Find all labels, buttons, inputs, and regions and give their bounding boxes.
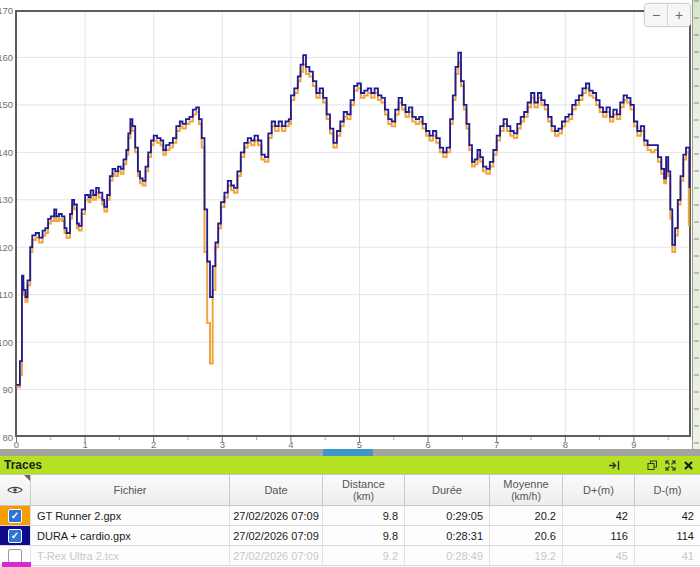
eye-icon xyxy=(7,485,23,495)
chart-zoom-control: − + xyxy=(644,3,691,27)
duration-cell: 0:29:05 xyxy=(405,506,490,525)
column-header-dminus[interactable]: D-(m) xyxy=(635,475,700,505)
y-tick-label: 80 xyxy=(2,432,13,443)
y-tick-label: 100 xyxy=(0,337,13,348)
file-name-cell: DURA + cardio.gpx xyxy=(31,526,230,545)
chart-panel: 01234567898090100110120130140150160170 −… xyxy=(0,0,700,449)
y-tick-label: 90 xyxy=(2,384,13,395)
maximize-panel-icon[interactable] xyxy=(664,459,676,471)
adjacent-panel-sliver xyxy=(692,0,700,456)
date-cell: 27/02/2026 07:09 xyxy=(230,546,323,565)
y-tick-label: 160 xyxy=(0,52,13,63)
elevation-loss-cell: 42 xyxy=(635,506,700,525)
elevation-loss-cell: 114 xyxy=(635,526,700,545)
x-tick-label: 2 xyxy=(151,439,156,449)
series-color-cell: ✓ xyxy=(0,506,31,525)
y-tick-label: 170 xyxy=(0,5,13,16)
series-color-cell: ✓ xyxy=(0,526,31,545)
date-cell: 27/02/2026 07:09 xyxy=(230,506,323,525)
distance-cell: 9.2 xyxy=(323,546,405,565)
elevation-loss-cell: 41 xyxy=(635,546,700,565)
distance-cell: 9.8 xyxy=(323,526,405,545)
y-tick-label: 140 xyxy=(0,147,13,158)
x-tick-label: 9 xyxy=(631,439,636,449)
elevation-gain-cell: 116 xyxy=(563,526,635,545)
traces-table: Fichier Date Distance(km) Durée Moyenne(… xyxy=(0,474,700,566)
chart-canvas[interactable]: 01234567898090100110120130140150160170 xyxy=(0,0,700,449)
pin-panel-icon[interactable] xyxy=(608,459,620,471)
zoom-out-button[interactable]: − xyxy=(645,4,668,26)
distance-cell: 9.8 xyxy=(323,506,405,525)
elevation-gain-cell: 45 xyxy=(563,546,635,565)
column-header-dplus[interactable]: D+(m) xyxy=(563,475,635,505)
file-name-cell: T-Rex Ultra 2.tcx xyxy=(31,546,230,565)
sort-indicator-icon xyxy=(24,475,30,481)
panel-title: Traces xyxy=(0,458,608,472)
column-header-fichier[interactable]: Fichier xyxy=(31,475,230,505)
close-panel-icon[interactable] xyxy=(682,459,694,471)
elevation-gain-cell: 42 xyxy=(563,506,635,525)
average-speed-cell: 20.2 xyxy=(490,506,563,525)
y-tick-label: 150 xyxy=(0,99,13,110)
visibility-column-header[interactable] xyxy=(0,475,31,505)
y-tick-label: 130 xyxy=(0,194,13,205)
table-row[interactable]: ✓ DURA + cardio.gpx 27/02/2026 07:09 9.8… xyxy=(0,526,700,546)
file-name-cell: GT Runner 2.gpx xyxy=(31,506,230,525)
table-header-row: Fichier Date Distance(km) Durée Moyenne(… xyxy=(0,474,700,506)
table-row[interactable]: ✓ T-Rex Ultra 2.tcx 27/02/2026 07:09 9.2… xyxy=(0,546,700,566)
x-tick-label: 1 xyxy=(82,439,87,449)
x-tick-label: 6 xyxy=(425,439,430,449)
x-tick-label: 5 xyxy=(357,439,362,449)
column-header-distance[interactable]: Distance(km) xyxy=(323,475,405,505)
visibility-checkbox[interactable]: ✓ xyxy=(8,549,22,563)
table-row[interactable]: ✓ GT Runner 2.gpx 27/02/2026 07:09 9.8 0… xyxy=(0,506,700,526)
x-tick-label: 7 xyxy=(494,439,499,449)
plot-border xyxy=(16,11,690,436)
column-header-date[interactable]: Date xyxy=(230,475,323,505)
average-speed-cell: 20.6 xyxy=(490,526,563,545)
next-row-color-sliver xyxy=(2,562,31,567)
column-header-duree[interactable]: Durée xyxy=(405,475,490,505)
duration-cell: 0:28:49 xyxy=(405,546,490,565)
duration-cell: 0:28:31 xyxy=(405,526,490,545)
column-header-moyenne[interactable]: Moyenne(km/h) xyxy=(490,475,563,505)
date-cell: 27/02/2026 07:09 xyxy=(230,526,323,545)
series-line-0 xyxy=(17,62,689,387)
y-tick-label: 120 xyxy=(0,242,13,253)
x-tick-label: 3 xyxy=(220,439,225,449)
visibility-checkbox[interactable]: ✓ xyxy=(8,529,22,543)
panel-header-icons xyxy=(608,459,700,471)
x-tick-label: 8 xyxy=(563,439,568,449)
restore-window-icon[interactable] xyxy=(646,459,658,471)
y-tick-label: 110 xyxy=(0,289,13,300)
visibility-checkbox[interactable]: ✓ xyxy=(8,509,22,523)
chart-horizontal-scrollbar[interactable] xyxy=(0,449,700,456)
track-analyzer-window: 01234567898090100110120130140150160170 −… xyxy=(0,0,700,567)
average-speed-cell: 19.2 xyxy=(490,546,563,565)
x-tick-label: 4 xyxy=(288,439,293,449)
scrollbar-thumb[interactable] xyxy=(323,449,373,456)
traces-panel-header: Traces xyxy=(0,456,700,474)
x-tick-label: 0 xyxy=(14,439,19,449)
zoom-in-button[interactable]: + xyxy=(668,4,690,26)
